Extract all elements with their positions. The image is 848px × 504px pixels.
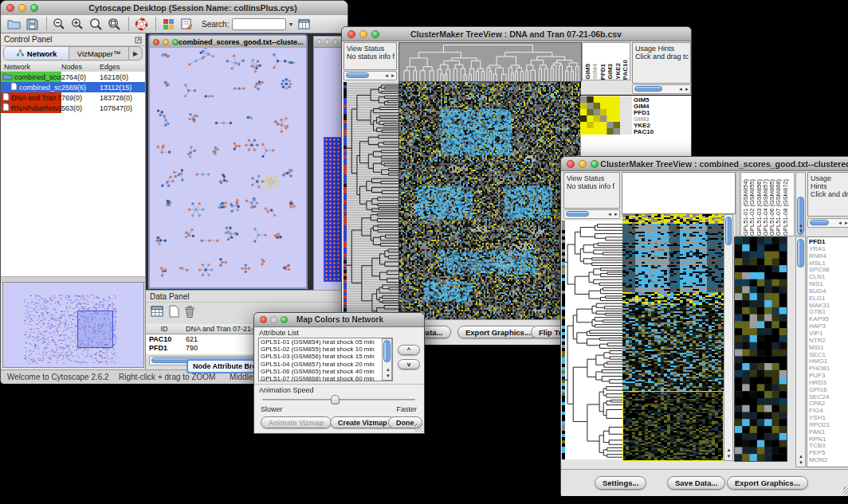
close-icon[interactable] <box>260 316 267 323</box>
search-dropdown-icon[interactable]: ▼ <box>288 21 293 27</box>
label[interactable]: GPL51-02 (GSM855) heat shock 10 min <box>259 346 381 353</box>
birdseye-canvas[interactable] <box>4 283 143 366</box>
resize-grip[interactable] <box>843 486 848 495</box>
gene-list-vscrollbar[interactable]: ▲ ▼ <box>795 236 806 467</box>
network-name-cell[interactable]: combined_scores <box>1 72 61 82</box>
zoom-window-icon[interactable] <box>281 316 288 323</box>
label: YKE2 <box>614 63 622 80</box>
zoom-selected-icon[interactable] <box>106 17 122 31</box>
zoom-window-icon[interactable] <box>371 30 379 38</box>
minimize-icon[interactable] <box>579 160 587 168</box>
attribute-list-vscrollbar[interactable]: ▲ ▼ <box>382 338 392 381</box>
select-attributes-icon[interactable] <box>151 305 164 321</box>
attribute-table-icon[interactable] <box>296 17 312 31</box>
minimize-icon[interactable] <box>270 316 277 323</box>
network-table-row[interactable]: combined_sco2569(6)13112(15) <box>1 82 145 92</box>
row-dendrogram-canvas[interactable] <box>562 221 622 459</box>
col-id[interactable]: ID <box>146 325 183 333</box>
dialog-titlebar[interactable]: Map Colors to Network <box>254 313 424 327</box>
usage-hints-hscrollbar[interactable]: ◄► <box>807 218 848 228</box>
zoom-heatmap-canvas[interactable] <box>580 96 620 135</box>
move-up-button[interactable]: ^ <box>398 345 420 355</box>
create-vizmap-button[interactable]: Create Vizmap <box>330 416 395 428</box>
column-dendrogram-canvas[interactable] <box>398 42 582 82</box>
zoom-in-icon[interactable] <box>69 17 85 31</box>
row-dendrogram-canvas[interactable] <box>344 82 398 319</box>
animation-speed-slider[interactable] <box>262 394 415 405</box>
col-nodes[interactable]: Nodes <box>61 63 100 71</box>
save-icon[interactable] <box>24 17 40 31</box>
open-file-icon[interactable] <box>6 17 22 31</box>
tab-vizmapper[interactable]: VizMapper™ <box>69 47 129 60</box>
minimize-icon[interactable] <box>359 30 367 38</box>
view-status-hscrollbar[interactable]: ◄► <box>344 71 397 80</box>
network-frame-1[interactable]: combined_scores_good.txt--cluste... <box>148 34 308 289</box>
treeview2-titlebar[interactable]: ClusterMaker TreeView : combined_scores_… <box>561 157 848 171</box>
file-icon <box>2 103 10 113</box>
heatmap-vscrollbar[interactable]: ▲ ▼ <box>724 214 733 461</box>
label[interactable]: GPL51-04 (GSM857) heat shock 20 min <box>259 361 381 368</box>
help-icon[interactable] <box>133 17 149 31</box>
label[interactable]: GPL51-01 (GSM854) heat shock 05 min <box>259 338 381 346</box>
zoom-window-icon[interactable] <box>591 160 599 168</box>
column-dendrogram-area[interactable] <box>622 172 736 214</box>
animate-vizmap-button[interactable]: Animate Vizmap <box>261 416 332 428</box>
network-name-cell[interactable]: RNAPuberNov2+ <box>1 103 61 113</box>
label[interactable]: GPL51-03 (GSM856) heat shock 15 min <box>259 353 381 360</box>
id-cell: PAC10 <box>146 335 183 343</box>
vizmapper-icon[interactable] <box>160 17 176 31</box>
export-graphics-button[interactable]: Export Graphics... <box>457 326 539 338</box>
birdseye-view[interactable] <box>2 282 144 368</box>
network-table-row[interactable]: RNAPuberNov2+563(0)107847(0) <box>1 103 145 113</box>
zoom-out-icon[interactable] <box>51 17 67 31</box>
col-network[interactable]: Network <box>1 63 61 71</box>
minimize-icon[interactable] <box>18 4 26 12</box>
float-panel-icon[interactable] <box>135 33 142 47</box>
label: PAC10 <box>622 60 629 80</box>
close-icon[interactable] <box>316 39 322 45</box>
usage-hints-hscrollbar[interactable]: ◄► <box>632 84 691 94</box>
tab-overflow-arrow[interactable]: ▶ <box>129 47 142 60</box>
zoom-heatmap-canvas[interactable] <box>734 236 787 462</box>
close-icon[interactable] <box>6 4 14 12</box>
label[interactable]: GPL51-07 (GSM868) heat shock 60 min <box>259 375 381 381</box>
settings-button[interactable]: Settings... <box>595 476 646 490</box>
close-icon[interactable] <box>347 30 355 38</box>
zoom-window-icon[interactable] <box>30 4 38 12</box>
usage-hints-title: Usage Hints <box>811 174 848 190</box>
export-graphics-button[interactable]: Export Graphics... <box>727 476 808 490</box>
main-toolbar: Search: ▼ <box>1 15 347 33</box>
heatmap-canvas[interactable] <box>622 214 724 461</box>
column-labels-vscrollbar[interactable]: ▲ ▼ <box>795 172 806 236</box>
minimize-icon[interactable] <box>324 39 330 45</box>
heatmap-canvas[interactable] <box>398 82 581 319</box>
view-status-hscrollbar[interactable]: ◄► <box>563 209 620 219</box>
resize-grip[interactable] <box>414 424 423 432</box>
zoom-fit-icon[interactable] <box>88 17 104 31</box>
slider-thumb[interactable] <box>331 395 340 404</box>
new-attribute-icon[interactable] <box>169 305 179 321</box>
close-icon[interactable] <box>567 160 575 168</box>
network-table-row[interactable]: combined_scores2764(0)16218(0) <box>1 72 145 82</box>
network-table-row[interactable]: DNA and Tran 07769(0)183728(0) <box>1 92 145 103</box>
search-input[interactable] <box>232 18 286 30</box>
treeview1-titlebar[interactable]: ClusterMaker TreeView : DNA and Tran 07-… <box>342 27 691 41</box>
close-icon[interactable] <box>153 39 159 45</box>
col-edges[interactable]: Edges <box>100 63 145 71</box>
splitter[interactable] <box>736 172 740 236</box>
annotation-icon[interactable] <box>179 17 194 31</box>
window-controls[interactable] <box>6 4 38 12</box>
save-data-button[interactable]: Save Data... <box>667 476 725 490</box>
main-titlebar[interactable]: Cytoscape Desktop (Session Name: collins… <box>1 1 347 16</box>
network-name-cell[interactable]: DNA and Tran 07 <box>1 92 61 103</box>
control-panel: Control Panel Network VizMapper™ ▶ Netwo… <box>1 33 146 369</box>
network-name-cell[interactable]: combined_sco <box>1 82 61 92</box>
zoom-window-icon[interactable] <box>172 39 179 45</box>
network-view-canvas[interactable] <box>150 48 306 287</box>
tab-network[interactable]: Network <box>4 47 69 60</box>
move-down-button[interactable]: v <box>398 359 420 369</box>
minimize-icon[interactable] <box>163 39 169 45</box>
label[interactable]: GPL51-06 (GSM865) heat shock 40 min <box>259 368 381 375</box>
delete-attribute-icon[interactable] <box>184 305 195 322</box>
zoom-window-icon[interactable] <box>332 39 338 45</box>
